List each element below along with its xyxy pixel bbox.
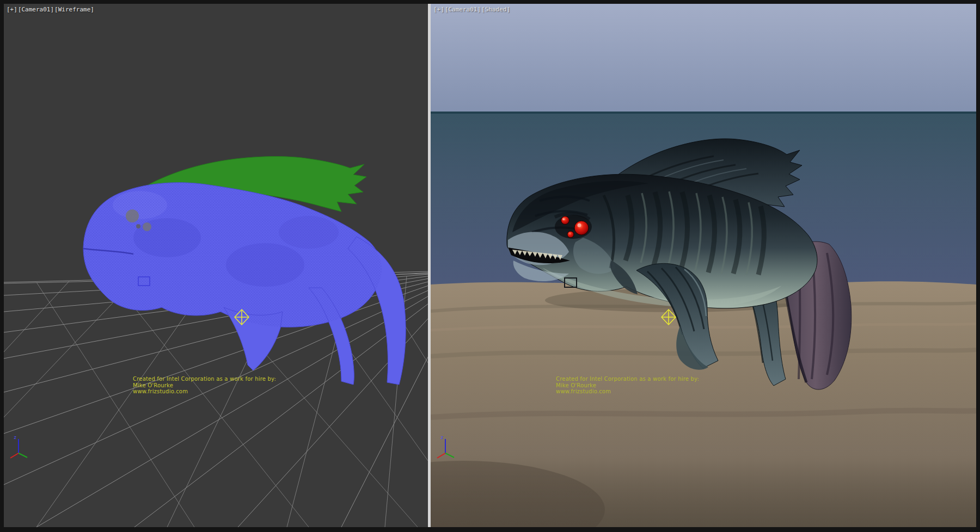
viewport-camera-button[interactable]: [Camera01]: [18, 6, 54, 13]
wireframe-scene: [4, 4, 428, 527]
fish-eye-third: [567, 231, 574, 238]
watermark-line3: www.frizstudio.com: [133, 388, 276, 395]
fish-eye-wire-small: [143, 222, 151, 231]
viewport-menu-button[interactable]: [+]: [7, 6, 17, 13]
axis-y: [19, 453, 27, 457]
viewport-shading-button[interactable]: [Wireframe]: [54, 6, 94, 13]
viewport-camera-button[interactable]: [Camera01]: [445, 6, 481, 13]
viewport-label-left: [+] [Camera01] [Wireframe]: [7, 6, 94, 13]
shaded-scene: [431, 4, 976, 527]
axis-y: [445, 453, 454, 457]
axis-x: [10, 453, 19, 458]
sky-upper: [431, 4, 976, 113]
viewport-shading-button[interactable]: [Shaded]: [481, 6, 510, 13]
fish-eye-small: [561, 216, 569, 225]
axis-z-label: z: [440, 435, 443, 440]
viewport-wireframe[interactable]: [+] [Camera01] [Wireframe]: [4, 4, 428, 527]
viewport-menu-button[interactable]: [+]: [433, 6, 444, 13]
fish-eye-wire-large: [126, 209, 139, 222]
viewport-frame: [+] [Camera01] [Wireframe]: [0, 0, 980, 532]
world-axis-tripod: z: [436, 434, 461, 461]
world-axis-tripod: z: [9, 434, 34, 461]
watermark: Created for Intel Corporation as a work …: [133, 376, 276, 395]
watermark-line2: Mike O'Rourke: [133, 382, 276, 389]
watermark-line1: Created for Intel Corporation as a work …: [133, 376, 276, 382]
horizon-line: [431, 112, 976, 114]
watermark-line3: www.frizstudio.com: [556, 388, 699, 395]
viewport-shaded[interactable]: [+] [Camera01] [Shaded]: [431, 4, 976, 527]
axis-x: [437, 453, 445, 458]
eye-highlight-small: [562, 218, 565, 220]
watermark: Created for Intel Corporation as a work …: [556, 376, 699, 395]
watermark-line2: Mike O'Rourke: [556, 382, 699, 389]
fish-eye-large: [574, 221, 589, 235]
watermark-line1: Created for Intel Corporation as a work …: [556, 376, 699, 382]
fish-model-wireframe[interactable]: [83, 157, 406, 385]
fish-eye-wire-dot: [136, 224, 140, 228]
viewport-label-right: [+] [Camera01] [Shaded]: [433, 6, 510, 13]
eye-highlight-large: [578, 224, 581, 227]
axis-z-label: z: [14, 435, 16, 440]
